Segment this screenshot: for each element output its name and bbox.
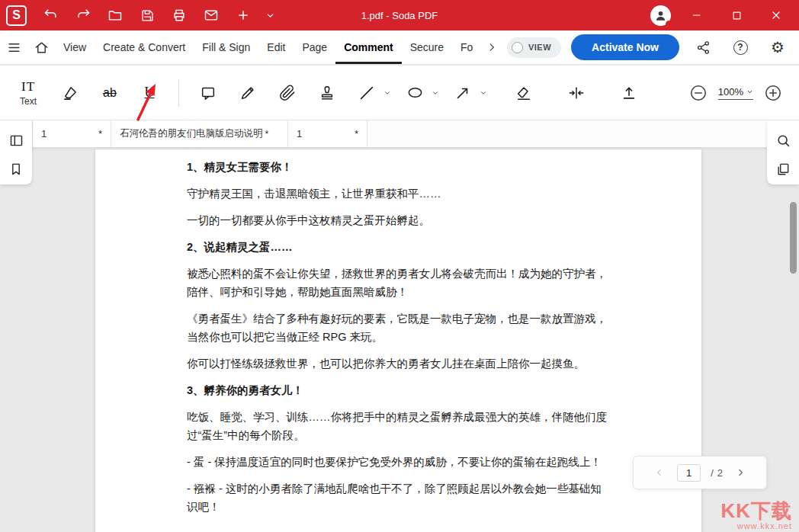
doc-paragraph: 守护精灵王国，击退黑暗领主，让世界重获和平……	[187, 184, 611, 203]
help-button[interactable]: ?	[727, 30, 754, 64]
search-icon	[775, 133, 791, 149]
pdf-page-text: 1、精灵女王需要你！ 守护精灵王国，击退黑暗领主，让世界重获和平…… 一切的一切…	[95, 149, 701, 516]
help-icon: ?	[733, 40, 748, 55]
chevron-down-icon	[746, 88, 753, 95]
doc-paragraph: 你可以打怪练级拯救世界，也可以把你养大的勇者女儿挂在桌面上陪你一起摸鱼。	[187, 354, 611, 373]
tab-fill-sign[interactable]: Fill & Sign	[194, 30, 258, 64]
save-button[interactable]	[133, 3, 161, 27]
watermark-url: www.kkx.net	[720, 521, 792, 530]
tab-comment[interactable]: Comment	[335, 30, 402, 64]
tab-create-convert[interactable]: Create & Convert	[95, 30, 194, 64]
eraser-tool[interactable]	[508, 75, 540, 111]
quickbar-dropdown-button[interactable]	[262, 3, 278, 27]
document-tab-1[interactable]: 1 *	[32, 120, 111, 147]
close-button[interactable]	[762, 3, 790, 27]
search-panel-button[interactable]	[772, 130, 794, 151]
vertical-scrollbar[interactable]	[790, 202, 797, 274]
minimize-button[interactable]	[683, 3, 711, 27]
titlebar: S 1.pd	[0, 0, 799, 30]
previous-page-button[interactable]	[652, 465, 667, 480]
zoom-out-button[interactable]	[688, 83, 708, 103]
tab-view[interactable]: View	[55, 30, 95, 64]
share-icon	[696, 40, 711, 55]
tabs-overflow-button[interactable]	[481, 30, 502, 64]
strikethrough-icon: ab	[103, 86, 117, 100]
chevron-left-icon	[654, 467, 665, 478]
watermark-title: KK下载	[720, 501, 792, 521]
save-icon	[140, 8, 155, 23]
sticky-note-tool[interactable]	[192, 75, 224, 111]
ribbon-tabs: View Create & Convert Fill & Sign Edit P…	[55, 30, 481, 64]
tab-forms-truncated[interactable]: Fo	[452, 30, 481, 64]
nav-right-actions: VIEW Activate Now ? ⚙	[507, 30, 799, 64]
underline-tool[interactable]: U	[133, 75, 165, 111]
page-count: / 2	[711, 467, 723, 479]
minimize-icon	[691, 9, 703, 21]
line-tool-dropdown[interactable]	[383, 89, 391, 97]
chevron-right-icon	[486, 42, 497, 53]
doc-paragraph: 吃饭、睡觉、学习、训练……你将把手中的精灵之蛋孵养成最强大的英雄，伴随他们度过“…	[187, 408, 611, 444]
share-button[interactable]	[689, 30, 717, 64]
document-tab-label: 1	[297, 128, 302, 139]
highlight-tool[interactable]	[54, 75, 86, 111]
main-menu-button[interactable]	[0, 30, 27, 64]
attachment-tool[interactable]	[271, 75, 303, 111]
upload-icon	[621, 85, 637, 101]
tab-secure[interactable]: Secure	[402, 30, 452, 64]
current-page-input[interactable]: 1	[677, 464, 701, 482]
strikethrough-tool[interactable]: ab	[94, 75, 126, 111]
maximize-button[interactable]	[723, 3, 750, 27]
arrow-tool[interactable]	[447, 75, 479, 111]
window-controls	[650, 0, 799, 30]
snap-measure-tool[interactable]	[560, 75, 592, 111]
pencil-tool[interactable]	[232, 75, 264, 111]
undo-button[interactable]	[37, 3, 65, 27]
arrow-tool-dropdown[interactable]	[480, 89, 487, 97]
export-comments-tool[interactable]	[613, 75, 645, 111]
line-icon	[358, 85, 375, 101]
print-button[interactable]	[165, 3, 193, 27]
stamp-tool[interactable]	[311, 75, 343, 111]
chevron-down-icon	[265, 11, 275, 21]
open-file-button[interactable]	[101, 3, 129, 27]
document-tab-3[interactable]: 1 *	[288, 120, 367, 147]
zoom-level-control[interactable]: 100%	[718, 86, 753, 100]
doc-paragraph: 一切的一切都要从你手中这枚精灵之蛋开始孵起。	[187, 211, 611, 229]
document-viewport[interactable]: 1、精灵女王需要你！ 守护精灵王国，击退黑暗领主，让世界重获和平…… 一切的一切…	[0, 149, 799, 532]
hamburger-icon	[7, 40, 21, 55]
view-mode-toggle[interactable]: VIEW	[507, 37, 561, 58]
bookmarks-panel-button[interactable]	[5, 159, 27, 180]
next-page-button[interactable]	[733, 465, 748, 480]
settings-button[interactable]: ⚙	[764, 30, 791, 64]
activate-now-button[interactable]: Activate Now	[571, 34, 679, 60]
ellipse-tool[interactable]	[399, 75, 431, 111]
pdf-page[interactable]: 1、精灵女王需要你！ 守护精灵王国，击退黑暗领主，让世界重获和平…… 一切的一切…	[95, 149, 701, 532]
document-tab-2[interactable]: 石河伦吾的朋友们电脑版启动说明 *	[111, 120, 288, 147]
chevron-right-icon	[735, 467, 746, 478]
home-button[interactable]	[27, 30, 55, 64]
email-button[interactable]	[197, 3, 225, 27]
shape-tool-dropdown[interactable]	[432, 89, 439, 97]
note-icon	[200, 85, 217, 101]
total-pages: 2	[717, 467, 723, 479]
doc-heading: 2、说起精灵之蛋……	[187, 238, 611, 256]
eraser-icon	[515, 85, 532, 101]
page-navigator: 1 / 2	[633, 456, 767, 489]
pages-overview-button[interactable]	[772, 159, 794, 180]
account-button[interactable]	[650, 5, 671, 26]
thumbnails-panel-button[interactable]	[5, 130, 27, 151]
tab-page[interactable]: Page	[294, 30, 335, 64]
view-toggle-label: VIEW	[528, 43, 551, 52]
arrow-tool-group	[447, 75, 487, 111]
zoom-in-button[interactable]	[763, 83, 783, 103]
text-comment-tool[interactable]: IT Text	[10, 73, 47, 113]
add-tool-button[interactable]	[229, 3, 257, 27]
redo-button[interactable]	[69, 3, 97, 27]
doc-heading: 3、孵养你的勇者女儿！	[187, 381, 611, 399]
paperclip-icon	[279, 85, 296, 101]
doc-paragraph: 被悉心照料的蛋不会让你失望，拯救世界的勇者女儿将会破壳而出！成为她的守护者，陪伴…	[187, 264, 611, 301]
window-title: 1.pdf - Soda PDF	[361, 0, 438, 30]
line-tool[interactable]	[351, 75, 383, 111]
text-tool-label: Text	[20, 96, 37, 107]
tab-edit[interactable]: Edit	[258, 30, 294, 64]
